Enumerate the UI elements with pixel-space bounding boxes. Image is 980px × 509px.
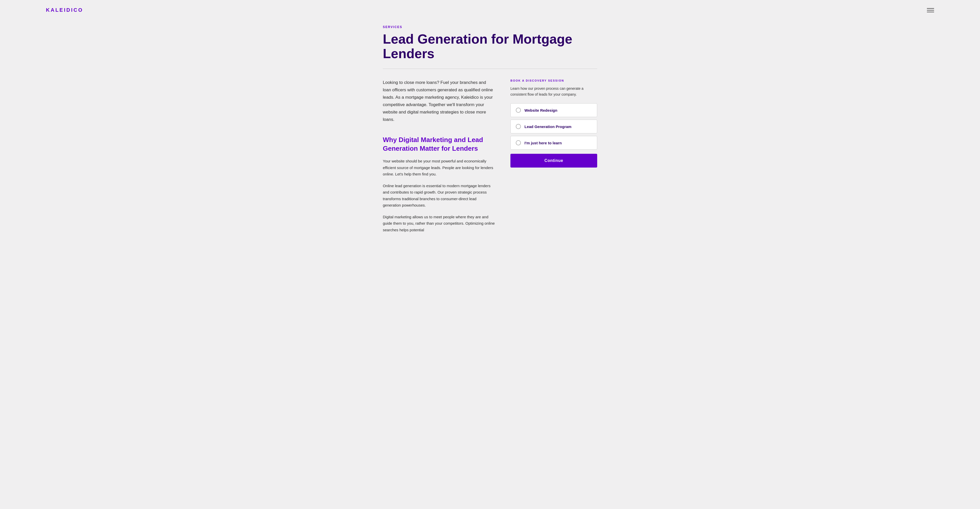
continue-button[interactable]: Continue bbox=[511, 154, 597, 168]
radio-circle-1 bbox=[516, 108, 521, 113]
site-logo[interactable]: KALEIDICO bbox=[46, 7, 83, 13]
radio-label-just-learning: I'm just here to learn bbox=[525, 141, 562, 145]
hamburger-line-3 bbox=[927, 12, 934, 12]
main-content: SERVICES Lead Generation for Mortgage Le… bbox=[337, 25, 643, 238]
left-column: Looking to close more loans? Fuel your b… bbox=[383, 79, 495, 238]
radio-label-lead-generation: Lead Generation Program bbox=[525, 124, 571, 129]
radio-option-website-redesign[interactable]: Website Redesign bbox=[511, 103, 597, 117]
intro-paragraph: Looking to close more loans? Fuel your b… bbox=[383, 79, 495, 123]
radio-circle-3 bbox=[516, 140, 521, 145]
section-divider bbox=[383, 68, 597, 69]
body-paragraph-3: Digital marketing allows us to meet peop… bbox=[383, 214, 495, 233]
hamburger-line-2 bbox=[927, 10, 934, 11]
content-layout: Looking to close more loans? Fuel your b… bbox=[383, 79, 597, 238]
site-header: KALEIDICO bbox=[0, 0, 980, 20]
discovery-sidebar: BOOK A DISCOVERY SESSION Learn how our p… bbox=[511, 79, 597, 168]
page-title: Lead Generation for Mortgage Lenders bbox=[383, 32, 597, 61]
radio-option-lead-generation[interactable]: Lead Generation Program bbox=[511, 120, 597, 133]
discovery-session-label: BOOK A DISCOVERY SESSION bbox=[511, 79, 597, 82]
radio-label-website-redesign: Website Redesign bbox=[525, 108, 557, 113]
section-heading: Why Digital Marketing and Lead Generatio… bbox=[383, 136, 495, 153]
radio-circle-2 bbox=[516, 124, 521, 129]
body-paragraph-2: Online lead generation is essential to m… bbox=[383, 182, 495, 209]
radio-option-just-learning[interactable]: I'm just here to learn bbox=[511, 136, 597, 150]
hamburger-line-1 bbox=[927, 8, 934, 9]
body-paragraph-1: Your website should be your most powerfu… bbox=[383, 158, 495, 178]
hamburger-menu-button[interactable] bbox=[927, 8, 934, 12]
breadcrumb-label: SERVICES bbox=[383, 25, 597, 29]
discovery-description: Learn how our proven process can generat… bbox=[511, 86, 597, 97]
